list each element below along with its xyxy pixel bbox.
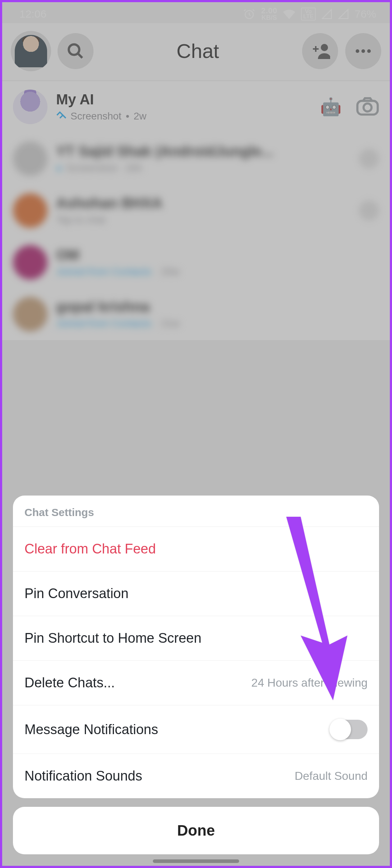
chat-settings-sheet: Chat Settings Clear from Chat Feed Pin C… — [13, 496, 379, 854]
pin-shortcut-home[interactable]: Pin Shortcut to Home Screen — [13, 616, 379, 660]
notification-sounds[interactable]: Notification Sounds Default Sound — [13, 754, 379, 798]
label: Done — [177, 822, 215, 839]
delete-chats[interactable]: Delete Chats... 24 Hours after Viewing — [13, 660, 379, 705]
value: Default Sound — [295, 769, 368, 783]
label: Pin Shortcut to Home Screen — [24, 630, 201, 646]
message-notifications[interactable]: Message Notifications — [13, 705, 379, 754]
label: Message Notifications — [24, 722, 158, 737]
value: 24 Hours after Viewing — [251, 676, 368, 690]
label: Clear from Chat Feed — [24, 541, 156, 557]
pin-conversation[interactable]: Pin Conversation — [13, 571, 379, 616]
clear-from-chat-feed[interactable]: Clear from Chat Feed — [13, 526, 379, 571]
label: Delete Chats... — [24, 675, 115, 691]
done-button[interactable]: Done — [13, 807, 379, 854]
nav-pill — [153, 859, 239, 863]
notifications-toggle[interactable] — [330, 720, 368, 739]
label: Pin Conversation — [24, 586, 128, 601]
label: Notification Sounds — [24, 768, 142, 784]
sheet-title: Chat Settings — [13, 496, 379, 526]
